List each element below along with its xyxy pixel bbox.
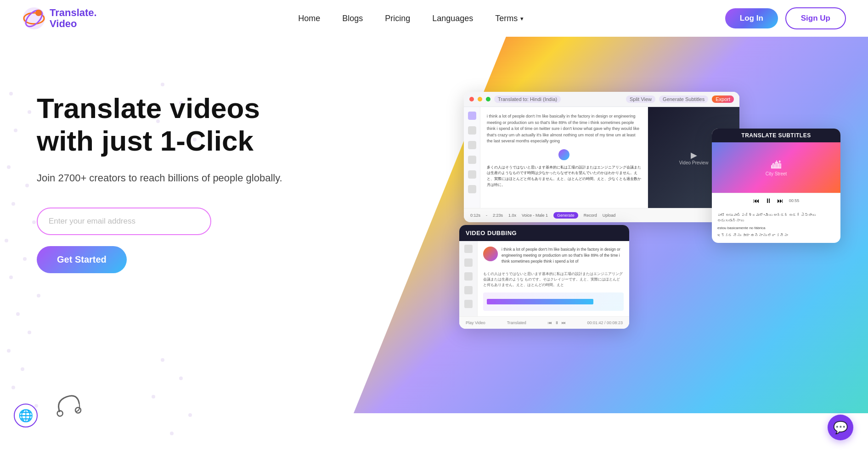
nav-actions: Log In Sign Up — [725, 7, 846, 29]
main-editor-screen: Translated to: Hindi (India) Split View … — [464, 92, 739, 222]
email-input-wrapper — [37, 208, 285, 235]
translated-label: Translated — [507, 320, 526, 325]
svg-point-0 — [23, 7, 45, 29]
export-label[interactable]: Export — [712, 95, 734, 103]
subtitles-image: 🏙 City Street — [712, 142, 840, 193]
hero-section: Translate videos with just 1-Click Join … — [0, 37, 868, 455]
login-button[interactable]: Log In — [725, 8, 778, 28]
screenshots-area: Translated to: Hindi (India) Split View … — [464, 73, 840, 404]
editor-content-en: i think a lot of people don't i'm like b… — [480, 107, 648, 208]
logo[interactable]: Translate. Video — [22, 6, 97, 30]
globe-icon[interactable]: 🌐 — [14, 404, 38, 427]
globe-widget: 🌐 — [14, 404, 38, 427]
pause-btn[interactable]: ⏸ — [765, 197, 772, 204]
subtitles-header: TRANSLATE SUBTITLES — [712, 129, 840, 142]
footer-time2: 2:23s — [493, 213, 503, 218]
email-input[interactable] — [37, 208, 211, 235]
nav-links: Home Blogs Pricing Languages Terms ▾ — [298, 14, 524, 23]
navigation: Translate. Video Home Blogs Pricing Lang… — [0, 0, 868, 37]
upload-btn[interactable]: Upload — [603, 213, 616, 218]
editor-body: i think a lot of people don't i'm like b… — [464, 107, 739, 208]
dubbing-text-en: i think a lot of people don't i'm like b… — [502, 247, 624, 264]
logo-line1: Translate. — [50, 7, 97, 18]
hero-content: Translate videos with just 1-Click Join … — [0, 37, 312, 301]
footer-time1: 0:12s — [470, 213, 480, 218]
subtitles-time: 00:55 — [789, 198, 800, 203]
svg-point-3 — [35, 10, 42, 16]
pause-icon[interactable]: ⏸ — [555, 320, 559, 325]
next-btn[interactable]: ⏭ — [777, 197, 783, 204]
split-view-label: Split View — [626, 95, 655, 103]
footer-speed: 1.0x — [508, 213, 516, 218]
footer-voice: Voice - Male 1 — [522, 213, 548, 218]
hero-subtitle: Join 2700+ creators to reach billions of… — [37, 170, 285, 185]
subtitles-text: ఏంటో అటువంటి పరిశ్రమలో*మీరు ఆర్డర్ అడగి … — [712, 208, 840, 243]
signup-button[interactable]: Sign Up — [785, 7, 846, 29]
nav-languages[interactable]: Languages — [432, 14, 473, 23]
dubbing-body: i think a lot of people don't i'm like b… — [459, 241, 629, 316]
dubbing-sidebar — [459, 241, 478, 316]
chat-widget[interactable]: 💬 — [828, 415, 853, 440]
logo-line2: Video — [50, 18, 97, 29]
subtitle-line1: ఏంటో అటువంటి పరిశ్రమలో*మీరు ఆర్డర్ అడగి … — [717, 213, 835, 224]
get-started-button[interactable]: Get Started — [37, 246, 127, 273]
play-icon[interactable]: ⏮ — [548, 320, 552, 325]
subtitles-label: Generate Subtitles — [659, 95, 708, 103]
next-icon[interactable]: ⏭ — [562, 320, 566, 325]
nav-home[interactable]: Home — [298, 14, 320, 23]
nav-blogs[interactable]: Blogs — [342, 14, 363, 23]
dubbing-content: i think a lot of people don't i'm like b… — [478, 241, 629, 316]
headphone-decoration — [47, 387, 91, 435]
hero-title: Translate videos with just 1-Click — [37, 92, 285, 157]
svg-point-4 — [57, 410, 63, 416]
dubbing-header: VIDEO DUBBING — [459, 225, 629, 241]
translate-label: Translated to: Hindi (India) — [494, 95, 561, 103]
chevron-down-icon: ▾ — [520, 15, 524, 22]
dubbing-footer: Play Video Translated ⏮ ⏸ ⏭ 00:01:42 / 0… — [459, 316, 629, 329]
play-video-label: Play Video — [466, 320, 485, 325]
record-btn[interactable]: Record — [584, 213, 597, 218]
subtitles-controls: ⏮ ⏸ ⏭ 00:55 — [712, 193, 840, 208]
editor-sidebar — [464, 107, 480, 208]
subtitles-card: TRANSLATE SUBTITLES 🏙 City Street ⏮ ⏸ ⏭ … — [712, 129, 840, 243]
nav-terms[interactable]: Terms ▾ — [495, 14, 524, 23]
generate-btn[interactable]: Generate — [553, 212, 578, 219]
prev-btn[interactable]: ⏮ — [753, 197, 760, 204]
editor-toolbar: Translated to: Hindi (India) Split View … — [464, 92, 739, 107]
dubbing-text-ja: もくの人はそうではないと思います基本的に私は工場の設計またはエンジニアリング会議… — [483, 271, 624, 288]
editor-footer: 0:12s - 2:23s 1.0x Voice - Male 1 Genera… — [464, 208, 739, 222]
subtitle-line2: estou basicamente no fábrica — [717, 225, 835, 231]
nav-pricing[interactable]: Pricing — [385, 14, 410, 23]
subtitle-line3: ఇక్కడ నేను కూడా ఉన్నాను లేదా కనీసం — [717, 233, 835, 238]
dubbing-time: 00:01:42 / 00:08:23 — [587, 320, 623, 325]
dubbing-card: VIDEO DUBBING i think a lot of people do… — [459, 225, 629, 329]
